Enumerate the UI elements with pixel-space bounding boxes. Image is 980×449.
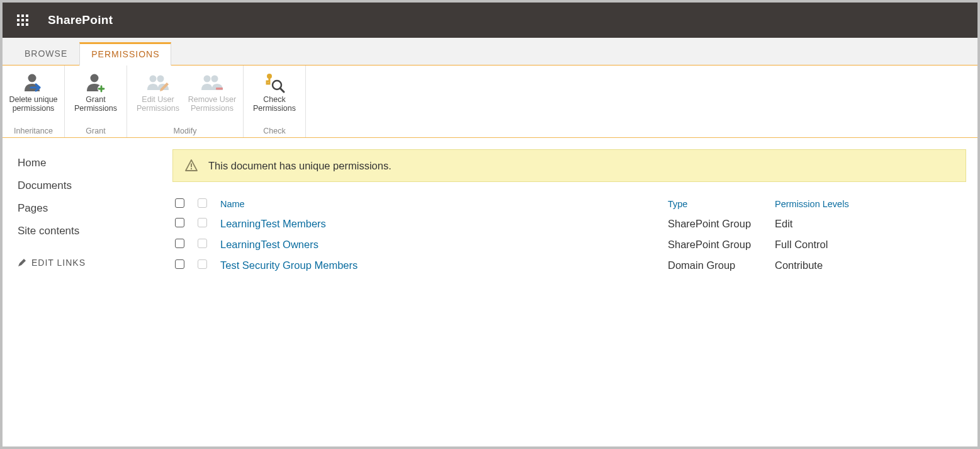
edit-links-button[interactable]: EDIT LINKS <box>18 258 172 268</box>
ribbon-group-check: Check Permissions Check <box>244 65 306 137</box>
ribbon-btn-label: Check Permissions <box>249 96 300 113</box>
row-select-checkbox[interactable] <box>175 239 184 248</box>
app-launcher-button[interactable] <box>10 8 35 33</box>
product-name: SharePoint <box>48 13 113 27</box>
permission-level: Full Control <box>775 239 964 251</box>
ribbon-group-caption: Grant <box>69 124 123 137</box>
suite-bar: SharePoint <box>3 3 977 38</box>
waffle-icon <box>17 14 28 26</box>
quick-launch-sidebar: Home Documents Pages Site contents EDIT … <box>3 138 172 276</box>
tab-browse[interactable]: BROWSE <box>13 43 79 65</box>
ribbon-btn-label: Remove User Permissions <box>186 96 238 113</box>
users-edit-icon <box>132 72 184 94</box>
ribbon-group-grant: Grant Permissions Grant <box>65 65 127 137</box>
main-content: This document has unique permissions. Na… <box>172 138 977 276</box>
svg-point-5 <box>204 76 211 82</box>
principal-type: SharePoint Group <box>668 218 775 230</box>
ribbon-btn-label: Delete unique permissions <box>8 96 59 113</box>
table-row: Test Security Group Members Domain Group… <box>172 255 966 276</box>
svg-point-6 <box>211 76 218 82</box>
delete-unique-permissions-button[interactable]: Delete unique permissions <box>6 69 60 116</box>
svg-rect-7 <box>216 88 223 90</box>
principal-link[interactable]: LearningTest Members <box>220 218 668 230</box>
header-checkbox-spacer <box>198 198 207 208</box>
status-message-text: This document has unique permissions. <box>208 160 391 172</box>
row-select-checkbox[interactable] <box>175 259 184 269</box>
table-header-row: Name Type Permission Levels <box>172 195 966 213</box>
user-plus-icon <box>70 72 121 94</box>
grant-permissions-button[interactable]: Grant Permissions <box>69 69 123 116</box>
tab-row: BROWSE PERMISSIONS <box>3 38 977 65</box>
warning-icon <box>184 159 198 173</box>
remove-user-permissions-button[interactable]: Remove User Permissions <box>185 69 239 116</box>
row-checkbox-secondary[interactable] <box>198 218 207 227</box>
svg-rect-10 <box>191 164 192 168</box>
column-header-levels[interactable]: Permission Levels <box>775 199 964 209</box>
ribbon-btn-label: Grant Permissions <box>70 96 121 113</box>
row-select-checkbox[interactable] <box>175 218 184 227</box>
table-row: LearningTest Members SharePoint Group Ed… <box>172 213 966 234</box>
ribbon-group-caption: Inheritance <box>6 124 60 137</box>
sidebar-link-pages[interactable]: Pages <box>18 197 172 220</box>
svg-point-0 <box>28 74 37 82</box>
svg-point-1 <box>91 74 99 82</box>
row-checkbox-secondary[interactable] <box>198 259 207 269</box>
svg-point-8 <box>267 74 272 79</box>
principal-type: SharePoint Group <box>668 239 775 251</box>
ribbon-btn-label: Edit User Permissions <box>132 96 184 113</box>
svg-point-3 <box>150 76 157 82</box>
principal-link[interactable]: LearningTest Owners <box>220 239 668 251</box>
ribbon-group-inheritance: Delete unique permissions Inheritance <box>3 65 65 137</box>
select-all-checkbox[interactable] <box>175 198 184 208</box>
users-remove-icon <box>186 72 238 94</box>
sidebar-link-documents[interactable]: Documents <box>18 174 172 197</box>
user-arrow-icon <box>8 72 59 94</box>
ribbon-group-modify: Edit User Permissions Remove User Permis… <box>127 65 244 137</box>
edit-links-label: EDIT LINKS <box>31 258 86 268</box>
ribbon: Delete unique permissions Inheritance <box>3 65 977 138</box>
principal-type: Domain Group <box>668 259 775 271</box>
permission-level: Edit <box>775 218 964 230</box>
permissions-table: Name Type Permission Levels LearningTest… <box>172 195 966 276</box>
key-search-icon <box>249 72 300 94</box>
svg-point-4 <box>157 76 164 82</box>
status-message-bar: This document has unique permissions. <box>172 149 966 182</box>
tab-permissions[interactable]: PERMISSIONS <box>79 42 171 65</box>
principal-link[interactable]: Test Security Group Members <box>220 259 668 271</box>
permission-level: Contribute <box>775 259 964 271</box>
sidebar-link-site-contents[interactable]: Site contents <box>18 220 172 242</box>
column-header-type[interactable]: Type <box>668 199 775 209</box>
sidebar-link-home[interactable]: Home <box>18 152 172 174</box>
check-permissions-button[interactable]: Check Permissions <box>247 69 301 116</box>
pencil-icon <box>18 258 26 267</box>
ribbon-group-caption: Check <box>247 124 301 137</box>
row-checkbox-secondary[interactable] <box>198 239 207 248</box>
table-row: LearningTest Owners SharePoint Group Ful… <box>172 234 966 255</box>
svg-rect-11 <box>191 168 192 169</box>
ribbon-group-caption: Modify <box>131 124 239 137</box>
column-header-name[interactable]: Name <box>220 199 668 209</box>
edit-user-permissions-button[interactable]: Edit User Permissions <box>131 69 185 116</box>
